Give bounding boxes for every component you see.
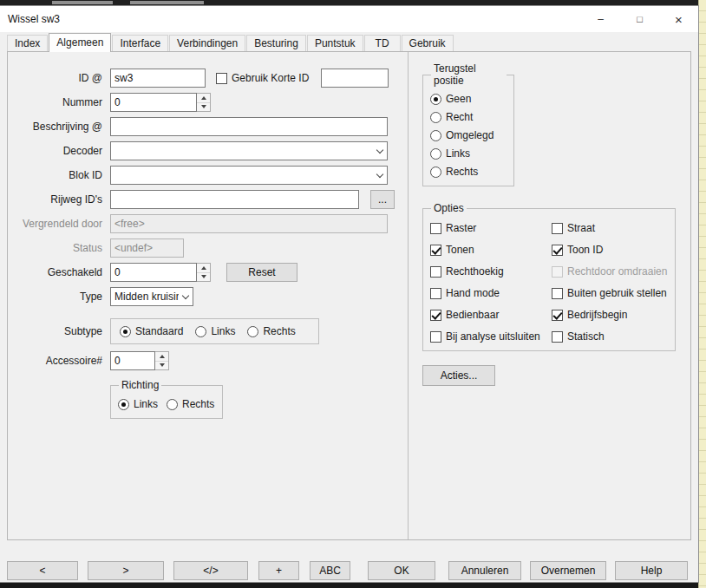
korte-id-checkbox[interactable]: Gebruik Korte ID — [216, 72, 309, 84]
form-pane: ID @ Gebruik Korte ID Nummer — [8, 52, 408, 539]
korte-id-input[interactable] — [321, 69, 389, 88]
beschrijving-label: Beschrijving @ — [8, 121, 110, 133]
straat-checkbox[interactable]: Straat — [552, 222, 668, 234]
terugstel-rechts-radio[interactable]: Rechts — [430, 166, 507, 178]
subtype-links-radio[interactable]: Links — [195, 325, 235, 337]
close-button[interactable]: × — [659, 6, 698, 32]
accessoire-spinner[interactable] — [155, 351, 169, 370]
decoder-row: Decoder — [8, 141, 408, 160]
spin-down-icon[interactable] — [197, 273, 210, 282]
spin-up-icon[interactable] — [197, 94, 210, 103]
type-select[interactable]: Midden kruising — [110, 287, 193, 306]
beschrijving-input[interactable] — [110, 117, 388, 136]
accessoire-input[interactable] — [110, 351, 155, 370]
maximize-icon: □ — [637, 14, 643, 24]
hand-mode-checkbox[interactable]: Hand mode — [430, 287, 552, 299]
tab-gebruik[interactable]: Gebruik — [402, 35, 454, 51]
rechtdoor-omdraaien-checkbox: Rechtdoor omdraaien — [552, 265, 668, 278]
screen: Wissel sw3 – □ × Index Algemeen Interfac… — [0, 0, 706, 588]
geschakeld-spinner[interactable] — [197, 263, 211, 282]
ok-button[interactable]: OK — [368, 561, 435, 580]
overnemen-button[interactable]: Overnemen — [530, 561, 606, 580]
nav-prev-button[interactable]: < — [7, 561, 78, 580]
bottom-button-bar: < > </> + ABC OK Annuleren Overnemen Hel… — [7, 561, 691, 580]
tab-content-algemeen: ID @ Gebruik Korte ID Nummer — [7, 51, 691, 540]
richting-rechts-radio[interactable]: Rechts — [167, 398, 214, 410]
rijweg-ids-input[interactable] — [110, 190, 359, 209]
toon-id-checkbox[interactable]: Toon ID — [552, 244, 668, 256]
nummer-input[interactable] — [110, 93, 197, 112]
decoder-select[interactable] — [110, 141, 388, 160]
nummer-label: Nummer — [8, 96, 110, 108]
terugstel-geen-radio[interactable]: Geen — [430, 93, 507, 105]
tab-verbindingen[interactable]: Verbindingen — [169, 35, 245, 51]
blok-id-select[interactable] — [110, 166, 388, 185]
rechthoekig-checkbox[interactable]: Rechthoekig — [430, 265, 552, 278]
korte-id-checkbox-box[interactable] — [216, 73, 227, 84]
type-value: Midden kruising — [111, 291, 179, 303]
code-view-button[interactable]: </> — [173, 561, 248, 580]
subtype-row: Subtype Standaard Links Rechts — [8, 318, 408, 344]
add-button[interactable]: + — [258, 561, 299, 580]
terugstel-recht-label: Recht — [446, 111, 473, 123]
id-input[interactable] — [110, 69, 206, 88]
terugstel-omgelegd-label: Omgelegd — [446, 129, 494, 141]
decoder-value — [111, 151, 373, 152]
window-controls: – □ × — [581, 6, 698, 32]
hand-mode-label: Hand mode — [446, 287, 500, 299]
tonen-checkbox[interactable]: Tonen — [430, 244, 552, 256]
terugstel-recht-radio[interactable]: Recht — [430, 111, 507, 123]
tab-besturing[interactable]: Besturing — [246, 35, 306, 51]
bij-analyse-uitsluiten-checkbox[interactable]: Bij analyse uitsluiten — [430, 330, 552, 343]
rijweg-ids-browse-button[interactable]: ... — [370, 190, 395, 209]
spin-down-icon[interactable] — [155, 362, 168, 370]
dialog-window: Wissel sw3 – □ × Index Algemeen Interfac… — [0, 5, 699, 583]
spin-up-icon[interactable] — [155, 352, 168, 362]
abc-button[interactable]: ABC — [310, 561, 350, 580]
reset-button[interactable]: Reset — [226, 263, 297, 282]
terugstel-omgelegd-radio[interactable]: Omgelegd — [430, 129, 507, 141]
tab-algemeen[interactable]: Algemeen — [49, 33, 111, 52]
chevron-down-icon — [179, 288, 193, 305]
bedrijfsbegin-checkbox[interactable]: Bedrijfsbegin — [552, 309, 668, 321]
type-label: Type — [8, 291, 110, 303]
geschakeld-label: Geschakeld — [8, 266, 110, 278]
nav-next-button[interactable]: > — [88, 561, 164, 580]
nummer-spinner[interactable] — [197, 93, 211, 112]
help-button[interactable]: Help — [615, 561, 688, 580]
raster-checkbox[interactable]: Raster — [430, 222, 552, 234]
rechtdoor-omdraaien-label: Rechtdoor omdraaien — [567, 265, 667, 278]
statisch-checkbox[interactable]: Statisch — [552, 330, 668, 343]
window-title: Wissel sw3 — [0, 13, 581, 25]
subtype-rechts-radio[interactable]: Rechts — [247, 325, 295, 337]
terugstel-links-radio[interactable]: Links — [430, 147, 507, 160]
bedienbaar-checkbox[interactable]: Bedienbaar — [430, 309, 552, 321]
tab-interface[interactable]: Interface — [112, 35, 168, 51]
spin-down-icon[interactable] — [197, 103, 210, 112]
minimize-button[interactable]: – — [581, 6, 620, 32]
tab-index[interactable]: Index — [7, 35, 48, 51]
richting-rechts-label: Rechts — [182, 398, 214, 410]
terugstel-geen-label: Geen — [446, 93, 471, 105]
buiten-gebruik-stellen-checkbox[interactable]: Buiten gebruik stellen — [552, 287, 668, 299]
acties-button[interactable]: Acties... — [422, 365, 495, 386]
blok-id-row: Blok ID — [8, 166, 408, 185]
subtype-rechts-label: Rechts — [263, 325, 295, 337]
richting-row: Richting Links Rechts — [8, 376, 408, 419]
annuleren-button[interactable]: Annuleren — [448, 561, 521, 580]
spin-up-icon[interactable] — [197, 264, 210, 273]
terugstel-positie-group: Terugstel positie Geen Recht Omgelegd — [422, 62, 514, 186]
title-bar[interactable]: Wissel sw3 – □ × — [0, 6, 698, 32]
subtype-standaard-radio[interactable]: Standaard — [120, 325, 183, 337]
accessoire-label: Accessoire# — [8, 355, 110, 367]
geschakeld-input[interactable] — [110, 263, 197, 282]
terugstel-positie-legend: Terugstel positie — [431, 62, 507, 87]
richting-links-radio[interactable]: Links — [118, 398, 158, 410]
backdrop-artifact — [52, 1, 113, 4]
status-field — [110, 238, 184, 258]
tab-td[interactable]: TD — [364, 35, 401, 51]
maximize-button[interactable]: □ — [620, 6, 659, 32]
type-row: Type Midden kruising — [8, 287, 408, 306]
tab-puntstuk[interactable]: Puntstuk — [307, 35, 363, 51]
decoder-label: Decoder — [8, 145, 110, 157]
